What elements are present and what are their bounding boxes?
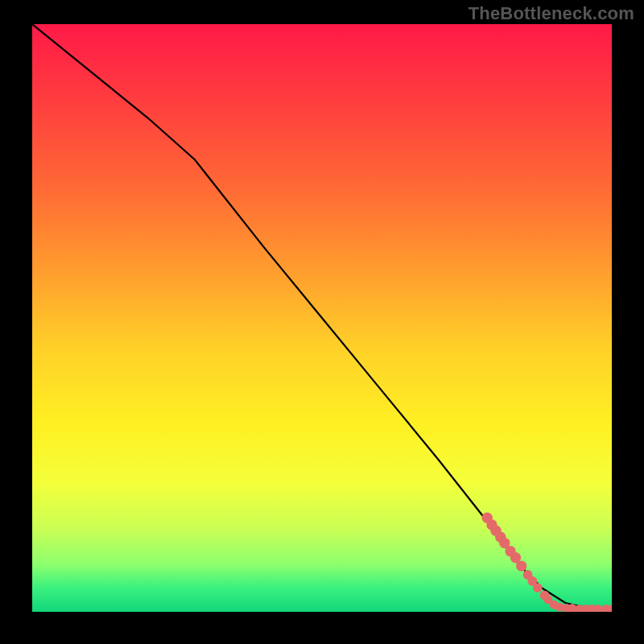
chart-frame: TheBottleneck.com (0, 0, 644, 644)
plot-area (32, 24, 612, 612)
watermark-text: TheBottleneck.com (469, 3, 634, 24)
scatter-dot (516, 560, 526, 571)
scatter-dots (482, 513, 613, 613)
chart-svg (32, 24, 612, 612)
scatter-dot (533, 583, 543, 592)
line-series-curve (32, 24, 612, 609)
